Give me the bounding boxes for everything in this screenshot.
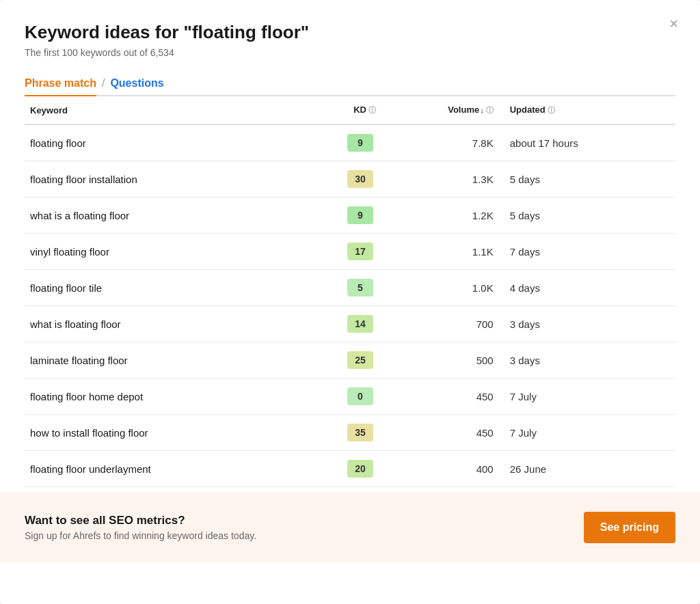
keyword-cell: what is floating floor — [25, 306, 299, 342]
see-pricing-button[interactable]: See pricing — [584, 512, 675, 543]
updated-cell: 7 July — [499, 415, 675, 451]
kd-cell: 20 — [299, 451, 381, 487]
updated-cell: 4 days — [499, 270, 675, 306]
kd-cell: 25 — [299, 342, 381, 379]
kd-badge: 35 — [347, 424, 373, 441]
modal-subtitle: The first 100 keywords out of 6,534 — [25, 47, 675, 58]
volume-cell: 1.2K — [381, 197, 499, 234]
volume-cell: 1.1K — [381, 234, 499, 270]
keyword-cell: floating floor underlayment — [25, 451, 299, 487]
kd-badge: 14 — [347, 315, 373, 333]
keyword-cell: floating floor — [25, 124, 299, 161]
volume-info-icon[interactable]: ⓘ — [486, 106, 494, 114]
kd-badge: 20 — [347, 460, 373, 478]
footer-cta-heading: Want to see all SEO metrics? — [25, 514, 256, 527]
footer-cta: Want to see all SEO metrics? Sign up for… — [0, 493, 700, 562]
table-row: how to install floating floor 35 450 7 J… — [25, 415, 675, 451]
kd-cell: 9 — [299, 197, 381, 234]
volume-cell: 1.3K — [381, 161, 499, 197]
keyword-cell: vinyl floating floor — [25, 234, 299, 270]
keyword-cell: floating floor installation — [25, 161, 299, 197]
col-header-updated: Updatedⓘ — [499, 96, 675, 124]
volume-cell: 7.8K — [381, 124, 499, 161]
updated-cell: 5 days — [499, 197, 675, 234]
kd-cell: 30 — [299, 161, 381, 197]
table-row: floating floor tile 5 1.0K 4 days — [25, 270, 675, 306]
updated-cell: about 17 hours — [499, 124, 675, 161]
volume-cell: 500 — [381, 342, 499, 379]
kd-cell: 9 — [299, 124, 381, 161]
modal-title: Keyword ideas for "floating floor" — [25, 22, 675, 43]
kd-badge: 0 — [347, 387, 373, 405]
col-header-volume: Volume↓ⓘ — [381, 96, 499, 124]
keyword-cell: laminate floating floor — [25, 342, 299, 379]
kd-badge: 30 — [347, 170, 373, 188]
table-row: vinyl floating floor 17 1.1K 7 days — [25, 234, 675, 270]
kd-badge: 17 — [347, 243, 373, 260]
kd-badge: 25 — [347, 351, 373, 369]
updated-cell: 7 days — [499, 234, 675, 270]
tab-phrase-match[interactable]: Phrase match — [25, 72, 96, 96]
updated-cell: 7 July — [499, 379, 675, 415]
volume-cell: 450 — [381, 379, 499, 415]
kd-cell: 5 — [299, 270, 381, 306]
kd-info-icon[interactable]: ⓘ — [368, 106, 376, 114]
volume-cell: 700 — [381, 306, 499, 342]
footer-cta-subtext: Sign up for Ahrefs to find winning keywo… — [25, 530, 256, 541]
kd-badge: 9 — [347, 134, 373, 152]
col-header-kd: KDⓘ — [299, 96, 381, 124]
col-header-keyword: Keyword — [25, 96, 299, 124]
volume-cell: 1.0K — [381, 270, 499, 306]
table-header-row: Keyword KDⓘ Volume↓ⓘ Updatedⓘ — [25, 96, 675, 124]
table-row: floating floor 9 7.8K about 17 hours — [25, 124, 675, 161]
tab-questions[interactable]: Questions — [110, 72, 163, 96]
updated-cell: 3 days — [499, 342, 675, 379]
keywords-table: Keyword KDⓘ Volume↓ⓘ Updatedⓘ floating f… — [25, 96, 675, 487]
kd-cell: 17 — [299, 234, 381, 270]
close-button[interactable]: × — [664, 14, 684, 34]
updated-cell: 5 days — [499, 161, 675, 197]
modal-container: × Keyword ideas for "floating floor" The… — [0, 0, 700, 604]
table-row: what is a floating floor 9 1.2K 5 days — [25, 197, 675, 234]
footer-cta-text: Want to see all SEO metrics? Sign up for… — [25, 514, 256, 541]
kd-cell: 14 — [299, 306, 381, 342]
tabs-container: Phrase match / Questions — [25, 72, 675, 96]
table-row: what is floating floor 14 700 3 days — [25, 306, 675, 342]
kd-badge: 5 — [347, 279, 373, 297]
table-row: floating floor home depot 0 450 7 July — [25, 379, 675, 415]
kd-cell: 35 — [299, 415, 381, 451]
volume-cell: 450 — [381, 415, 499, 451]
keyword-cell: how to install floating floor — [25, 415, 299, 451]
keyword-cell: what is a floating floor — [25, 197, 299, 234]
updated-info-icon[interactable]: ⓘ — [548, 106, 555, 114]
table-row: floating floor installation 30 1.3K 5 da… — [25, 161, 675, 197]
keyword-cell: floating floor tile — [25, 270, 299, 306]
table-row: floating floor underlayment 20 400 26 Ju… — [25, 451, 675, 487]
updated-cell: 26 June — [499, 451, 675, 487]
kd-cell: 0 — [299, 379, 381, 415]
keyword-cell: floating floor home depot — [25, 379, 299, 415]
kd-badge: 9 — [347, 206, 373, 224]
volume-cell: 400 — [381, 451, 499, 487]
updated-cell: 3 days — [499, 306, 675, 342]
tab-separator: / — [102, 77, 105, 90]
table-row: laminate floating floor 25 500 3 days — [25, 342, 675, 379]
